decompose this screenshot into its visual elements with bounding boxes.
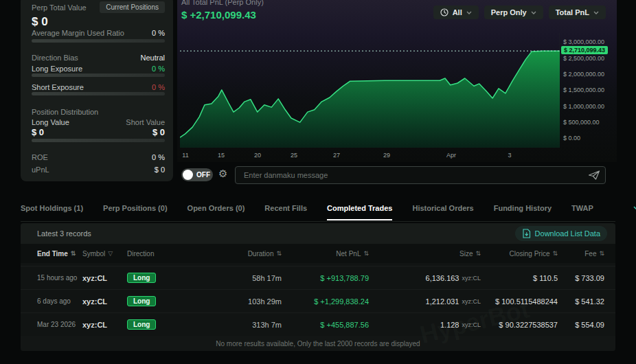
tab-historical-orders[interactable]: Historical Orders xyxy=(412,204,473,219)
column-direction: Direction xyxy=(127,250,206,258)
pnl-area-chart[interactable] xyxy=(180,33,560,148)
y-tick: $ 500,000.00 xyxy=(563,119,600,126)
table-header-row: End Time ⇅ Symbol ▽ Direction Duration ⇅… xyxy=(21,244,615,263)
tab-recent-fills[interactable]: Recent Fills xyxy=(264,204,307,219)
pnl-chart-title: All Total PnL (Perp Only) xyxy=(181,0,264,6)
direction-badge: Long xyxy=(127,319,156,330)
toggle-state-label: OFF xyxy=(196,171,210,179)
current-positions-button[interactable]: Current Positions xyxy=(100,1,165,13)
danmaku-toggle[interactable]: OFF xyxy=(181,168,213,181)
tab-open-orders[interactable]: Open Orders (0) xyxy=(188,204,245,219)
long-exposure-value: 0 % xyxy=(152,65,165,73)
pnl-area-fill xyxy=(180,51,560,148)
column-size[interactable]: Size ⇅ xyxy=(369,250,481,258)
chevron-down-icon xyxy=(531,11,536,14)
chevron-down-icon xyxy=(593,11,599,14)
table-row[interactable]: 6 days ago xyz:CL Long 103h 29m $ +1,299… xyxy=(21,289,615,312)
tab-perp-positions[interactable]: Perp Positions (0) xyxy=(103,204,168,219)
short-value-label: Short Value xyxy=(126,118,165,126)
sort-icon: ⇅ xyxy=(71,250,76,257)
tab-completed-trades[interactable]: Completed Trades xyxy=(327,204,392,220)
send-icon[interactable] xyxy=(588,170,600,180)
scope-value: Perp Only xyxy=(491,8,527,16)
long-value: $ 0 xyxy=(32,127,44,137)
tabs-divider xyxy=(21,221,615,222)
table-row[interactable]: 15 hours ago xyz:CL Long 58h 17m $ +913,… xyxy=(21,266,615,289)
short-value: $ 0 xyxy=(152,127,165,137)
more-tabs-chevron-icon[interactable] xyxy=(633,204,636,211)
y-tick: $ 3,000,000.00 xyxy=(563,38,604,45)
direction-bias-label: Direction Bias xyxy=(32,54,78,62)
download-icon xyxy=(522,229,531,238)
x-tick: 25 xyxy=(291,152,297,159)
sort-icon: ⇅ xyxy=(599,250,604,257)
column-symbol[interactable]: Symbol ▽ xyxy=(82,250,127,258)
long-exposure-label: Long Exposure xyxy=(32,65,82,73)
short-exposure-value: 0 % xyxy=(152,83,165,91)
perp-summary-panel: Perp Total Value Current Positions $ 0 A… xyxy=(21,0,173,181)
tab-funding-history[interactable]: Funding History xyxy=(494,204,552,219)
gear-icon[interactable]: ⚙ xyxy=(218,168,227,180)
perp-total-value-label: Perp Total Value xyxy=(32,3,87,12)
chevron-down-icon xyxy=(466,11,472,14)
position-distribution-bar xyxy=(32,139,165,142)
avg-margin-label: Average Margin Used Ratio xyxy=(32,29,124,37)
clock-icon xyxy=(440,8,448,16)
metric-value: Total PnL xyxy=(556,8,589,16)
direction-badge: Long xyxy=(127,273,156,283)
upnl-value: $ 0 xyxy=(155,166,165,174)
table-row[interactable]: Mar 23 2026 xyz:CL Long 313h 7m $ +455,8… xyxy=(21,312,615,336)
x-tick: 15 xyxy=(218,152,225,159)
records-count-label: Latest 3 records xyxy=(37,229,91,238)
danmaku-input[interactable] xyxy=(235,166,606,184)
y-tick: $ 1,500,000.00 xyxy=(563,87,604,93)
x-tick: Apr xyxy=(446,152,456,159)
column-closing-price[interactable]: Closing Price ⇅ xyxy=(481,250,558,258)
scope-dropdown[interactable]: Perp Only xyxy=(484,5,543,19)
pnl-chart-value: $ +2,710,099.43 xyxy=(181,9,256,21)
tab-spot-holdings[interactable]: Spot Holdings (1) xyxy=(21,204,83,219)
filter-icon: ▽ xyxy=(108,250,113,257)
position-distribution-label: Position Distribution xyxy=(32,108,98,116)
long-exposure-bar xyxy=(32,73,165,77)
y-tick: $ 1,000,000.00 xyxy=(563,103,604,110)
tab-twap[interactable]: TWAP xyxy=(571,204,593,219)
avg-margin-bar xyxy=(32,39,165,43)
short-exposure-bar xyxy=(32,92,165,95)
time-range-value: All xyxy=(453,8,462,16)
column-net-pnl[interactable]: Net PnL ⇅ xyxy=(282,250,369,258)
time-range-dropdown[interactable]: All xyxy=(433,5,479,19)
long-value-label: Long Value xyxy=(32,118,69,126)
roe-value: 0 % xyxy=(152,153,165,161)
metric-dropdown[interactable]: Total PnL xyxy=(549,5,606,19)
sort-icon: ⇅ xyxy=(363,250,369,257)
x-tick: 20 xyxy=(254,152,261,159)
upnl-label: uPnL xyxy=(32,166,49,174)
x-tick: 11 xyxy=(182,152,188,159)
direction-badge: Long xyxy=(127,296,156,306)
column-fee[interactable]: Fee ⇅ xyxy=(558,250,604,258)
completed-trades-panel: Latest 3 records Download List Data End … xyxy=(21,223,615,351)
avg-margin-value: 0 % xyxy=(152,29,165,37)
column-duration[interactable]: Duration ⇅ xyxy=(206,250,282,258)
download-list-data-button[interactable]: Download List Data xyxy=(515,226,607,241)
y-tick: $ 0.00 xyxy=(563,135,580,141)
toggle-knob xyxy=(183,170,193,180)
short-exposure-label: Short Exposure xyxy=(32,83,84,91)
y-tick: $ 2,500,000.00 xyxy=(563,55,604,62)
sort-icon: ⇅ xyxy=(552,250,558,257)
x-tick: 3 xyxy=(508,152,511,159)
y-tick: $ 2,000,000.00 xyxy=(563,71,604,78)
x-tick: 29 xyxy=(383,152,390,159)
tab-bar: Spot Holdings (1) Perp Positions (0) Ope… xyxy=(21,204,615,220)
column-end-time[interactable]: End Time ⇅ xyxy=(37,250,82,258)
dashboard: Perp Total Value Current Positions $ 0 A… xyxy=(0,0,636,364)
danmaku-bar: OFF ⚙ xyxy=(177,166,617,186)
roe-label: ROE xyxy=(32,153,48,161)
no-more-results-note: No more results available, Only the last… xyxy=(21,336,615,351)
sort-icon: ⇅ xyxy=(276,250,282,257)
records-header: Latest 3 records Download List Data xyxy=(21,223,615,244)
sort-icon: ⇅ xyxy=(475,250,481,257)
download-label: Download List Data xyxy=(535,229,600,238)
direction-bias-value: Neutral xyxy=(141,54,165,62)
